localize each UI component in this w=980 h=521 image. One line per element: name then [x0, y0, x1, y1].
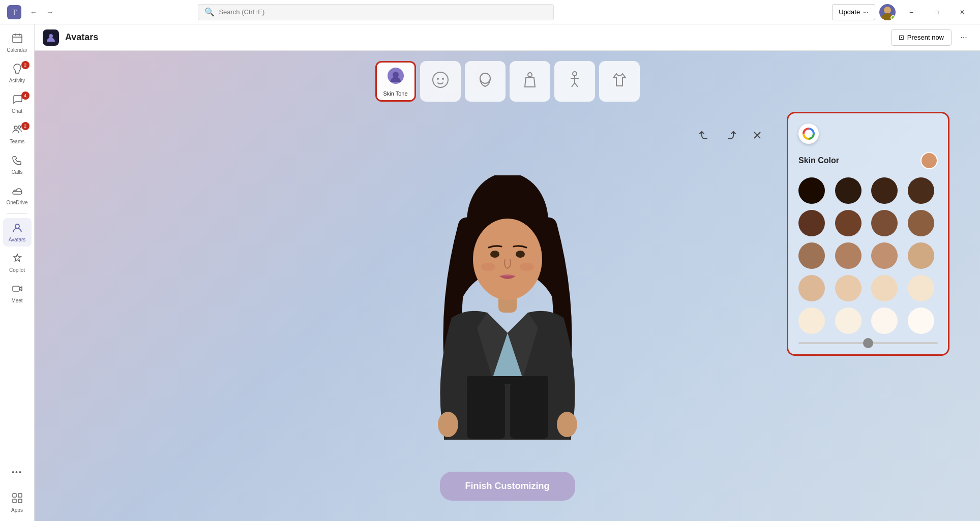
- svg-rect-13: [13, 494, 16, 497]
- redo-button[interactable]: [722, 126, 740, 144]
- avatars-icon: [12, 222, 23, 236]
- skin-tone-slider[interactable]: [798, 342, 938, 344]
- skin-color-swatch[interactable]: [871, 177, 898, 204]
- skin-color-swatch[interactable]: [798, 177, 825, 204]
- present-label: Present now: [907, 34, 944, 41]
- svg-text:T: T: [12, 8, 17, 17]
- sidebar-item-label: Meet: [11, 298, 22, 303]
- skin-color-swatch[interactable]: [798, 210, 825, 236]
- app-icon: [43, 29, 59, 46]
- update-button[interactable]: Update ···: [832, 4, 875, 20]
- avatar-workspace: Skin Tone: [35, 51, 980, 521]
- skin-color-swatch[interactable]: [835, 308, 862, 334]
- skin-panel-title: Skin Color: [798, 156, 839, 165]
- sidebar-item-label: OneDrive: [6, 200, 27, 205]
- sidebar-item-chat[interactable]: 4 Chat: [3, 89, 32, 118]
- skin-color-swatch[interactable]: [871, 308, 898, 334]
- outfit-icon: [610, 71, 629, 93]
- skin-color-grid: [798, 177, 938, 334]
- skin-color-swatch[interactable]: [835, 242, 862, 269]
- head-icon: [476, 71, 494, 93]
- sidebar: Calendar 2 Activity 4 Chat 2 Teams: [0, 24, 35, 521]
- skin-color-swatch[interactable]: [798, 275, 825, 301]
- tool-body[interactable]: [510, 61, 550, 102]
- activity-badge: 2: [21, 61, 29, 69]
- sidebar-item-label: Activity: [9, 78, 25, 83]
- sidebar-item-activity[interactable]: 2 Activity: [3, 59, 32, 87]
- svg-point-11: [15, 224, 19, 228]
- title-bar-left: T ← →: [6, 4, 57, 20]
- tool-face[interactable]: [420, 61, 461, 102]
- finish-customizing-button[interactable]: Finish Customizing: [440, 472, 575, 501]
- nav-back-button[interactable]: ←: [26, 5, 41, 19]
- svg-point-9: [18, 126, 20, 129]
- svg-rect-43: [510, 383, 548, 439]
- title-bar-right: Update ··· – □ ✕: [832, 4, 974, 20]
- sidebar-item-meet[interactable]: Meet: [3, 279, 32, 308]
- sidebar-item-teams[interactable]: 2 Teams: [3, 120, 32, 148]
- search-bar[interactable]: 🔍: [198, 4, 554, 20]
- app-title: Avatars: [65, 32, 98, 43]
- tool-head[interactable]: [465, 61, 506, 102]
- maximize-button[interactable]: □: [925, 5, 948, 20]
- nav-forward-button[interactable]: →: [43, 5, 57, 19]
- skin-color-swatch[interactable]: [798, 308, 825, 334]
- svg-point-24: [528, 73, 532, 77]
- svg-rect-16: [18, 499, 22, 503]
- search-input[interactable]: [219, 8, 547, 16]
- minimize-button[interactable]: –: [900, 5, 923, 20]
- skin-color-swatch[interactable]: [908, 177, 934, 204]
- sidebar-divider: [7, 213, 27, 214]
- sidebar-item-more[interactable]: •••: [3, 458, 32, 486]
- skin-color-swatch[interactable]: [835, 275, 862, 301]
- svg-point-37: [481, 263, 495, 271]
- more-icon: •••: [12, 468, 22, 476]
- sidebar-item-calls[interactable]: Calls: [3, 150, 32, 179]
- avatar-figure: [406, 165, 609, 470]
- skin-color-swatch[interactable]: [835, 177, 862, 204]
- skin-color-swatch[interactable]: [871, 275, 898, 301]
- avatar-svg: [411, 175, 604, 470]
- undo-button[interactable]: [695, 126, 714, 144]
- tool-skin-tone[interactable]: Skin Tone: [375, 61, 416, 102]
- body-icon: [521, 71, 539, 93]
- sidebar-item-apps[interactable]: Apps: [3, 488, 32, 517]
- sidebar-item-onedrive[interactable]: OneDrive: [3, 181, 32, 209]
- skin-color-swatch[interactable]: [908, 210, 934, 236]
- skin-color-swatch[interactable]: [908, 275, 934, 301]
- skin-color-swatch[interactable]: [908, 242, 934, 269]
- tool-label: Skin Tone: [383, 90, 407, 97]
- onedrive-icon: [12, 185, 23, 199]
- skin-color-swatch[interactable]: [871, 242, 898, 269]
- skin-color-swatch[interactable]: [908, 308, 934, 334]
- close-button[interactable]: ✕: [951, 5, 974, 20]
- sidebar-item-avatars[interactable]: Avatars: [3, 218, 32, 247]
- close-workspace-button[interactable]: [748, 126, 766, 144]
- svg-point-21: [437, 78, 439, 80]
- chat-badge: 4: [21, 91, 29, 100]
- user-avatar[interactable]: [879, 4, 896, 20]
- calendar-icon: [12, 33, 23, 46]
- sidebar-item-calendar[interactable]: Calendar: [3, 28, 32, 57]
- header-more-button[interactable]: ···: [956, 29, 972, 46]
- skin-color-swatch[interactable]: [835, 210, 862, 236]
- sidebar-item-copilot[interactable]: Copilot: [3, 249, 32, 277]
- teams-logo: T: [6, 4, 22, 20]
- meet-icon: [12, 283, 23, 297]
- face-icon: [431, 71, 450, 93]
- present-now-button[interactable]: ⊡ Present now: [891, 29, 952, 46]
- tool-outfit[interactable]: [599, 61, 640, 102]
- svg-rect-12: [13, 286, 19, 291]
- sidebar-item-label: Calls: [11, 169, 22, 175]
- selected-color-indicator[interactable]: [920, 152, 938, 169]
- svg-point-23: [480, 73, 490, 83]
- svg-rect-42: [467, 383, 505, 439]
- header-right: ⊡ Present now ···: [891, 29, 972, 46]
- skin-color-swatch[interactable]: [871, 210, 898, 236]
- skin-color-swatch[interactable]: [798, 242, 825, 269]
- svg-rect-15: [13, 499, 16, 503]
- svg-point-20: [433, 72, 448, 87]
- tool-pose[interactable]: [554, 61, 595, 102]
- svg-point-25: [573, 72, 577, 76]
- skin-tone-icon: [387, 67, 405, 88]
